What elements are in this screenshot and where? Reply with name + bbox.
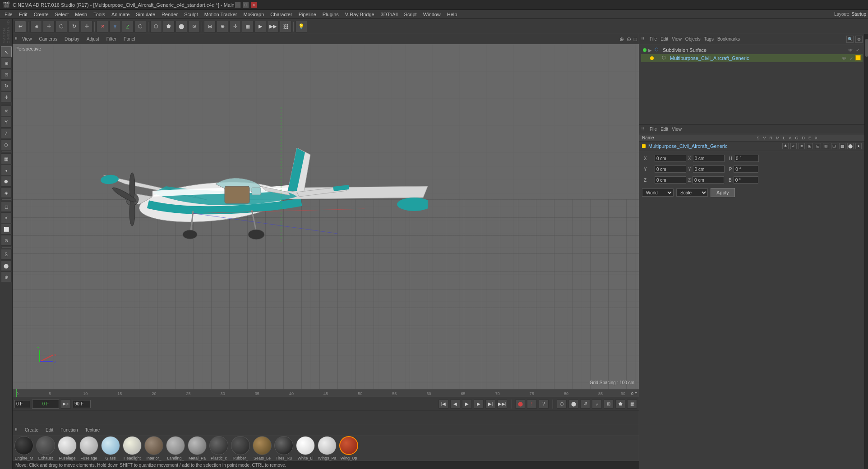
light-button[interactable]: 💡 (295, 21, 307, 32)
attr-ctrl-8[interactable]: ▦ (839, 143, 845, 149)
select-all-button[interactable]: ⊞ (30, 21, 42, 32)
attr-z-size-input[interactable] (693, 176, 724, 184)
menu-mograph[interactable]: MoGraph (240, 11, 267, 18)
obj-item-aircraft[interactable]: ▶ ⬡ Multipurpose_Civil_Aircraft_Generic … (641, 54, 863, 62)
mat-tab-create[interactable]: Create (23, 427, 40, 433)
obj-settings-icon[interactable]: ⚙ (855, 36, 863, 43)
cube-view-button[interactable]: ⬡ (150, 21, 162, 32)
obj-menu-bookmarks[interactable]: Bookmarks (717, 37, 740, 41)
render-viewport-button[interactable]: ▶ (254, 21, 266, 32)
tool-select[interactable]: ⊞ (1, 58, 12, 69)
material-wings[interactable]: Wings_Pa (318, 436, 337, 460)
attr-y-size-input[interactable] (693, 166, 725, 173)
attr-p-input[interactable] (734, 166, 758, 173)
obj-search-icon[interactable]: 🔍 (846, 36, 854, 43)
tool-scale[interactable]: ⊡ (1, 69, 12, 80)
snap-button[interactable]: ⊕ (217, 21, 228, 32)
obj-aircraft-eye[interactable]: 👁 (841, 55, 847, 61)
menu-character[interactable]: Character (268, 11, 295, 18)
tool-edge[interactable]: ⬟ (1, 176, 12, 187)
attr-ctrl-9[interactable]: ⬤ (847, 143, 854, 149)
attr-ctrl-7[interactable]: ⊡ (831, 143, 837, 149)
attr-aircraft-row[interactable]: Multipurpose_Civil_Aircraft_Generic 👁 ✓ … (639, 142, 864, 151)
viewport-camera-icon[interactable]: ⊙ (627, 36, 631, 42)
wireframe-button[interactable]: ⬟ (163, 21, 175, 32)
go-to-end-button[interactable]: ▶| (485, 400, 495, 409)
go-to-end-btn2[interactable]: ▶▶| (497, 400, 507, 409)
obj-menu-objects[interactable]: Objects (685, 37, 701, 41)
tool-z[interactable]: Z (1, 128, 12, 139)
menu-create[interactable]: Create (31, 11, 51, 18)
axis-button[interactable]: ✛ (229, 21, 241, 32)
menu-plugins[interactable]: Plugins (320, 11, 342, 18)
obj-menu-view[interactable]: View (672, 37, 682, 41)
tool-model[interactable]: ⬡ (1, 139, 12, 150)
tool-null[interactable]: ⊙ (1, 235, 12, 246)
attr-z-pos-input[interactable] (655, 176, 686, 184)
play-button[interactable]: ▶ (462, 400, 472, 409)
menu-render[interactable]: Render (159, 11, 180, 18)
material-rubber[interactable]: Rubber_ (231, 436, 250, 460)
scale-button[interactable]: ⬡ (55, 21, 67, 32)
world-dropdown[interactable]: World (642, 189, 674, 197)
material-engine[interactable]: Engine_M (14, 436, 33, 460)
mat-tab-function[interactable]: Function (59, 427, 79, 433)
material-wingup[interactable]: Wing_Up (339, 436, 358, 460)
tab-cameras[interactable]: Cameras (37, 36, 60, 42)
menu-motion-tracker[interactable]: Motion Tracker (202, 11, 240, 18)
menu-vray[interactable]: V-Ray Bridge (342, 11, 377, 18)
obj-expand-subdivision[interactable]: ▶ (648, 48, 653, 53)
attr-ctrl-5[interactable]: ⊟ (815, 143, 821, 149)
powerslider-button[interactable]: ▦ (627, 400, 637, 409)
record-button[interactable]: ⬤ (515, 400, 525, 409)
timeline-ruler[interactable]: 0 5 10 15 20 25 30 35 40 45 50 (13, 389, 639, 397)
shaded-button[interactable]: ⬤ (175, 21, 187, 32)
viewport-fit-icon[interactable]: ⊕ (619, 36, 624, 42)
material-glass[interactable]: Glass (101, 436, 120, 460)
attr-ctrl-3[interactable]: ≡ (799, 143, 805, 149)
poly-mode-button[interactable]: ⬡ (134, 21, 146, 32)
attr-menu-edit[interactable]: Edit (660, 127, 668, 132)
attr-ctrl-4[interactable]: ⊞ (807, 143, 813, 149)
playhead[interactable] (16, 389, 17, 397)
object-mode-button[interactable]: ✕ (97, 21, 108, 32)
tab-filter[interactable]: Filter (104, 36, 119, 42)
attr-b-input[interactable] (734, 176, 758, 184)
texture-button[interactable]: ⊛ (188, 21, 200, 32)
attr-h-input[interactable] (734, 155, 759, 162)
tool-polygon[interactable]: ▦ (1, 153, 12, 164)
obj-grip[interactable]: ⠿ (641, 37, 644, 41)
tab-adjust[interactable]: Adjust (84, 36, 102, 42)
right-scrollbar[interactable] (864, 34, 868, 469)
menu-edit[interactable]: Edit (16, 11, 30, 18)
attr-y-pos-input[interactable] (655, 166, 686, 173)
material-white[interactable]: White_Li (296, 436, 315, 460)
material-fuselage1[interactable]: Fuselage (58, 436, 77, 460)
play-range-button[interactable]: ▶▷ (61, 400, 71, 409)
play-sound-button[interactable]: ♪ (592, 400, 602, 409)
tool-brush[interactable]: S (1, 249, 12, 260)
attr-x-size-input[interactable] (693, 155, 725, 162)
apply-button[interactable]: Apply (711, 188, 735, 197)
start-frame-input[interactable] (14, 400, 30, 408)
tool-move[interactable]: ↖ (1, 46, 12, 57)
autokey-button[interactable]: ! (527, 400, 537, 409)
tool-camera-tool[interactable]: ⬜ (1, 224, 12, 234)
maximize-button[interactable]: □ (243, 2, 249, 8)
free-transform-button[interactable]: ✛ (81, 21, 92, 32)
tool-magnet[interactable]: ⊕ (1, 271, 12, 282)
motion-button[interactable]: ⊞ (604, 400, 614, 409)
menu-file[interactable]: File (2, 11, 15, 18)
attr-ctrl-2[interactable]: ✓ (790, 143, 797, 149)
point-mode-button[interactable]: Y (109, 21, 121, 32)
edge-mode-button[interactable]: Z (122, 21, 134, 32)
attr-x-pos-input[interactable] (655, 155, 686, 162)
tool-light[interactable]: ☀ (1, 212, 12, 223)
prev-frame-button[interactable]: ◀ (450, 400, 460, 409)
material-headlight[interactable]: Headlight (123, 436, 142, 460)
next-frame-button[interactable]: ▶ (474, 400, 484, 409)
obj-item-subdivision[interactable]: ▶ ⬡ Subdivision Surface 👁 ✓ (641, 46, 863, 54)
obj-menu-edit[interactable]: Edit (660, 37, 668, 41)
menu-tools[interactable]: Tools (91, 11, 108, 18)
tool-rotate[interactable]: ↻ (1, 80, 12, 91)
